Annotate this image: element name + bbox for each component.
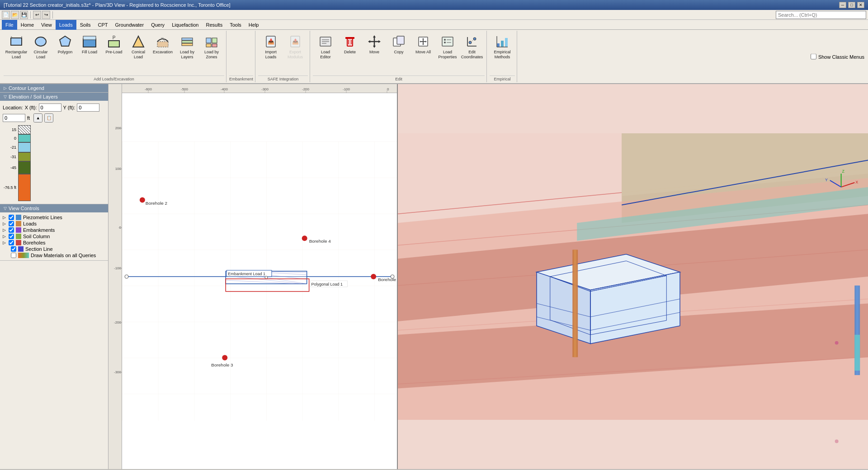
minimize-btn[interactable]: ─ [839, 2, 846, 8]
elevation-header[interactable]: ▽ Elevation / Soil Layers [0, 93, 108, 101]
view-3d[interactable]: X Z Y [398, 84, 868, 469]
load-by-zones-btn[interactable]: Load by Zones [200, 33, 223, 74]
copy-btn[interactable]: Copy [387, 33, 410, 74]
conical-load-btn[interactable]: Conical Load [127, 33, 150, 74]
svg-point-86 [125, 275, 128, 278]
vc-expand-piezometric[interactable]: ▷ [3, 215, 6, 220]
maximize-btn[interactable]: □ [848, 2, 855, 8]
depth-action-btn1[interactable]: ▲ [33, 113, 42, 122]
menu-help[interactable]: Help [245, 20, 263, 30]
window-controls: ─ □ ✕ [839, 2, 864, 8]
menu-tools[interactable]: Tools [226, 20, 245, 30]
soil-swatches [18, 125, 33, 201]
swatch-orange [18, 174, 31, 201]
open-btn[interactable]: 📂 [11, 11, 19, 19]
excavation-btn[interactable]: ⛏ Excavation [151, 33, 175, 74]
vc-label-soil: Soil Column [23, 234, 50, 239]
canvas-2d-svg[interactable]: Embankment Load 1 Polygonal Load 1 Polyg… [122, 93, 397, 469]
fill-load-btn[interactable]: Fill Load [78, 33, 101, 74]
app-title: [Tutorial 22 Section creator_initials.s3… [4, 2, 231, 8]
classic-menus-checkbox[interactable] [811, 54, 816, 60]
svg-text:Borehole 2: Borehole 2 [146, 201, 168, 206]
vc-check-section-line[interactable] [11, 246, 16, 252]
save-btn[interactable]: 💾 [20, 11, 28, 19]
close-btn[interactable]: ✕ [857, 2, 864, 8]
depth-action-btn2[interactable]: 📋 [44, 113, 53, 122]
vc-check-boreholes[interactable] [9, 240, 14, 245]
svg-rect-7 [108, 41, 119, 47]
svg-rect-6 [83, 36, 96, 40]
toolbar-group-safe: 📥 Import Loads 📤 Export Modulus SAFE Int… [256, 31, 310, 82]
menu-view[interactable]: View [38, 20, 56, 30]
pre-load-btn[interactable]: P Pre-Load [102, 33, 126, 74]
depth-input[interactable] [3, 114, 25, 122]
move-all-btn[interactable]: Move All [411, 33, 435, 74]
x-input[interactable] [39, 103, 61, 112]
load-by-layers-btn[interactable]: Load by Layers [175, 33, 199, 74]
move-icon [367, 34, 382, 49]
view-2d[interactable]: 200 100 0 -100 -200 -300 -600 [108, 84, 398, 469]
empirical-methods-btn[interactable]: Empirical Methods [491, 33, 514, 74]
delete-btn[interactable]: Delete [338, 33, 362, 74]
soil-legend-container: 15 0 -21 -31 -45 -76.5 ft [3, 125, 105, 201]
vc-expand-embankments[interactable]: ▷ [3, 228, 6, 232]
svg-rect-10 [157, 42, 168, 47]
menu-loads[interactable]: Loads [56, 20, 76, 30]
vc-check-piezometric[interactable] [9, 215, 14, 220]
svg-text:-300: -300 [261, 87, 269, 91]
edit-coordinates-btn[interactable]: Edit Coordinates [460, 33, 484, 74]
vc-check-embankments[interactable] [9, 227, 14, 233]
toolbar: Rectangular Load Circular Load Polygon F… [0, 30, 868, 84]
svg-point-104 [140, 197, 145, 203]
undo-btn[interactable]: ↩ [33, 11, 41, 19]
search-input[interactable] [776, 11, 866, 19]
svg-point-45 [444, 42, 446, 43]
menu-home[interactable]: Home [17, 20, 38, 30]
vc-boreholes[interactable]: ▷ Boreholes [3, 240, 105, 246]
separator2 [52, 11, 53, 19]
elevation-content: Location: X (ft): Y (ft): ft ▲ 📋 15 [0, 101, 108, 204]
svg-text:-100: -100 [114, 266, 122, 270]
vc-soil-column[interactable]: ▷ Soil Column [3, 233, 105, 240]
vc-check-soil[interactable] [9, 234, 14, 239]
toolbar-group-add-loads: Rectangular Load Circular Load Polygon F… [2, 31, 226, 82]
vc-section-line[interactable]: Section Line [3, 246, 105, 252]
load-properties-btn[interactable]: Load Properties [436, 33, 459, 74]
vc-embankments[interactable]: ▷ Embankments [3, 227, 105, 233]
menu-soils[interactable]: Soils [76, 20, 94, 30]
export-modulus-btn[interactable]: 📤 Export Modulus [283, 33, 307, 74]
vc-expand-boreholes[interactable]: ▷ [3, 240, 6, 245]
excavation-icon: ⛏ [156, 34, 170, 49]
y-input[interactable] [77, 103, 99, 112]
menu-cpt[interactable]: CPT [94, 20, 112, 30]
redo-btn[interactable]: ↪ [42, 11, 50, 19]
menu-liquefaction[interactable]: Liquefaction [168, 20, 202, 30]
show-classic-menus[interactable]: Show Classic Menus [811, 54, 864, 60]
vc-loads[interactable]: ▷ Loads [3, 221, 105, 227]
move-btn[interactable]: Move [363, 33, 386, 74]
vc-check-loads[interactable] [9, 221, 14, 226]
svg-rect-28 [345, 37, 354, 39]
polygon-btn[interactable]: Polygon [53, 33, 77, 74]
titlebar: [Tutorial 22 Section creator_initials.s3… [0, 0, 868, 10]
y-label: Y (ft): [63, 105, 75, 110]
new-btn[interactable]: 📄 [2, 11, 10, 19]
view-controls-header[interactable]: ▽ View Controls [0, 204, 108, 212]
vc-piezometric[interactable]: ▷ Piezometric Lines [3, 214, 105, 221]
svg-rect-16 [212, 38, 217, 43]
menu-file[interactable]: File [2, 20, 17, 30]
menu-groundwater[interactable]: Groundwater [112, 20, 148, 30]
load-editor-btn[interactable]: Load Editor [314, 33, 337, 74]
menu-query[interactable]: Query [147, 20, 168, 30]
rectangular-load-btn[interactable]: Rectangular Load [5, 33, 28, 74]
vc-check-draw-materials[interactable] [11, 253, 16, 258]
vc-icon-draw-materials [18, 253, 29, 258]
circular-load-btn[interactable]: Circular Load [29, 33, 52, 74]
empirical-label: Empirical [490, 75, 515, 82]
contour-legend-header[interactable]: ▷ Contour Legend [0, 84, 108, 92]
vc-expand-soil[interactable]: ▷ [3, 234, 6, 239]
vc-expand-loads[interactable]: ▷ [3, 221, 6, 226]
import-loads-btn[interactable]: 📥 Import Loads [259, 33, 283, 74]
vc-draw-materials[interactable]: Draw Materials on all Queries [3, 252, 105, 258]
menu-results[interactable]: Results [202, 20, 226, 30]
